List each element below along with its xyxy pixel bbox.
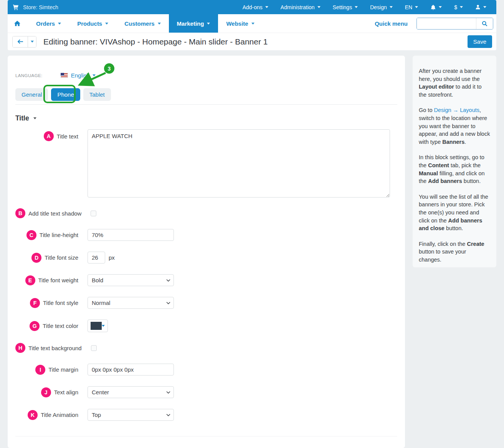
title-font-size-suffix: px (109, 254, 115, 261)
caret-down-icon (355, 6, 358, 8)
store-selector[interactable]: Store: Simtech (13, 4, 58, 10)
field-row-title-font-weight: ETitle font weightBold (15, 274, 397, 286)
topbar-menu-settings[interactable]: Settings (327, 0, 364, 14)
back-button[interactable] (13, 36, 28, 47)
back-dropdown-button[interactable] (28, 36, 36, 47)
search-button[interactable] (476, 18, 493, 29)
divider (15, 104, 397, 105)
field-row-add-title-text-shadow: BAdd title text shadow (15, 208, 397, 218)
marker-C: C (26, 230, 36, 240)
field-rows: ATitle textBAdd title text shadowCTitle … (8, 129, 405, 421)
search-box (416, 18, 493, 30)
text-align-select[interactable]: Center (88, 386, 174, 398)
bold-text: Add banners (428, 178, 462, 184)
back-button-group (12, 36, 36, 48)
title-bar: Editing banner: VIVAshop - Homepage - Ma… (8, 33, 496, 50)
nav-right: Quick menu (375, 14, 496, 33)
divider (15, 436, 397, 436)
banner-edit-card: 3 LANGUAGE: English GeneralPhoneTablet T… (8, 56, 405, 448)
title-font-size-input[interactable] (88, 252, 105, 264)
search-icon (482, 21, 487, 26)
nav-item-label: Orders (36, 20, 55, 27)
caret-down-icon (415, 6, 418, 8)
field-label-title-margin: Title margin (48, 366, 78, 373)
caret-down-icon (460, 6, 463, 8)
title-text-background-checkbox[interactable] (91, 345, 97, 351)
nav-item-label: Marketing (177, 20, 204, 27)
field-label-add-title-text-shadow: Add title text shadow (28, 210, 81, 217)
nav-item-website[interactable]: Website (218, 14, 262, 33)
us-flag-icon (61, 73, 68, 78)
quick-menu-link[interactable]: Quick menu (375, 20, 408, 27)
topbar-menu-label: Design (370, 4, 387, 10)
page-title: Editing banner: VIVAshop - Homepage - Ma… (43, 37, 268, 46)
caret-down-icon (390, 6, 393, 8)
marker-B: B (15, 208, 25, 218)
marker-F: F (30, 298, 40, 308)
bold-text: Create (467, 241, 484, 247)
save-button[interactable]: Save (468, 35, 492, 48)
user-icon (475, 4, 481, 10)
marker-H: H (15, 343, 25, 353)
topbar-menu-bell[interactable] (424, 0, 448, 14)
sidebar-paragraph: After you create a banner here, you shou… (419, 67, 490, 99)
topbar-menu-administration[interactable]: Administration (274, 0, 327, 14)
topbar-menu-design[interactable]: Design (364, 0, 399, 14)
marker-J: J (41, 387, 51, 397)
bold-text: Content (428, 162, 449, 168)
caret-down-icon (265, 6, 268, 8)
title-line-height-input[interactable] (88, 229, 174, 241)
caret-down-icon (31, 41, 34, 43)
title-font-weight-select[interactable]: Bold (88, 274, 174, 286)
title-font-style-select[interactable]: Normal (88, 297, 174, 309)
add-title-text-shadow-checkbox[interactable] (91, 211, 96, 216)
topbar-menu-en[interactable]: EN (399, 0, 424, 14)
field-label-title-text: Title text (57, 133, 78, 140)
marker-G: G (30, 321, 40, 331)
topbar-menu-dollar[interactable]: $ (448, 0, 469, 14)
sidebar-help-text: After you create a banner here, you shou… (419, 67, 490, 264)
caret-down-icon (207, 23, 210, 25)
marker-D: D (31, 253, 41, 263)
tab-phone[interactable]: Phone (51, 88, 80, 101)
caret-down-icon (33, 117, 36, 119)
language-selector[interactable]: English (71, 72, 96, 79)
field-label-title-text-background: Title text background (28, 345, 82, 351)
nav-item-label: Customers (124, 20, 154, 27)
topbar-menu-add-ons[interactable]: Add-ons (236, 0, 274, 14)
search-input[interactable] (417, 18, 476, 29)
caret-down-icon (158, 23, 161, 25)
field-label-title-font-weight: Title font weight (38, 277, 79, 283)
tab-tablet[interactable]: Tablet (83, 88, 111, 101)
title-animation-select[interactable]: Top (88, 409, 174, 421)
nav-bar: OrdersProductsCustomersMarketingWebsite … (8, 14, 496, 33)
title-margin-input[interactable] (88, 364, 174, 376)
sidebar-card: After you create a banner here, you shou… (413, 56, 496, 267)
topbar-menus: Add-onsAdministrationSettingsDesignEN$ (236, 0, 492, 14)
sidebar-paragraph: Finally, click on the Create button to s… (419, 240, 490, 264)
field-label-title-line-height: Title line-height (40, 232, 78, 238)
bell-icon (430, 4, 436, 10)
field-row-title-font-style: FTitle font styleNormal (15, 297, 397, 309)
color-swatch (91, 322, 102, 330)
section-title[interactable]: Title (15, 114, 405, 122)
field-row-title-animation: KTitle AnimationTop (15, 409, 397, 421)
title-text-input[interactable] (88, 129, 390, 198)
content-area: 3 LANGUAGE: English GeneralPhoneTablet T… (8, 56, 496, 448)
text-run: . (464, 139, 466, 145)
caret-down-icon (483, 6, 486, 8)
nav-item-products[interactable]: Products (69, 14, 116, 33)
nav-item-customers[interactable]: Customers (116, 14, 169, 33)
design-layouts-link[interactable]: Design → Layouts (434, 107, 479, 113)
back-arrow-icon (17, 39, 23, 44)
bold-text: Manual (419, 170, 438, 176)
home-icon[interactable] (8, 14, 28, 33)
tab-general[interactable]: General (15, 88, 48, 101)
title-text-color-picker[interactable] (88, 320, 108, 332)
nav-item-orders[interactable]: Orders (28, 14, 69, 33)
field-row-title-line-height: CTitle line-height (15, 229, 397, 241)
caret-down-icon (439, 6, 442, 8)
cart-icon (13, 4, 19, 10)
nav-item-marketing[interactable]: Marketing (169, 14, 218, 33)
topbar-menu-user[interactable] (469, 0, 492, 14)
